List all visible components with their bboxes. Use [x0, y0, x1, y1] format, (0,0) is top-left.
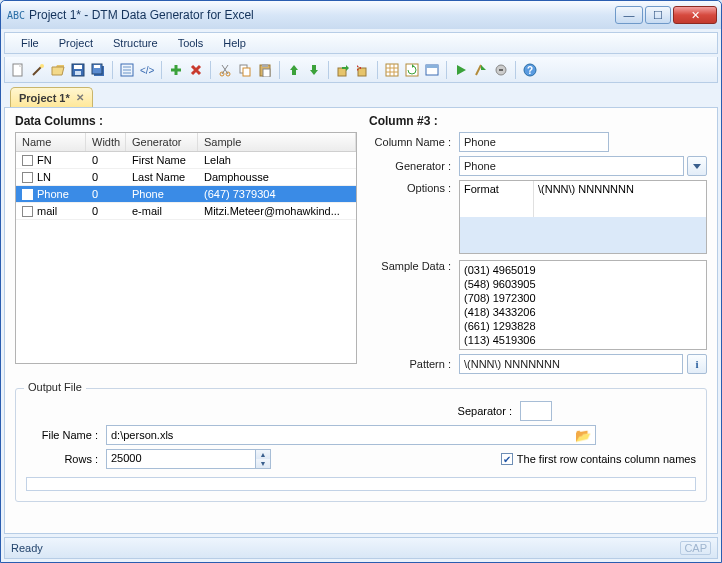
- table-row[interactable]: mail0e-mailMitzi.Meteer@mohawkind...: [16, 203, 356, 220]
- column-detail-heading: Column #3 :: [369, 114, 707, 128]
- row-checkbox[interactable]: [22, 206, 33, 217]
- menu-bar: File Project Structure Tools Help: [4, 32, 718, 54]
- pattern-label: Pattern :: [369, 358, 459, 370]
- col-header-name[interactable]: Name: [16, 133, 86, 151]
- rows-down-icon[interactable]: ▼: [256, 459, 270, 468]
- menu-structure[interactable]: Structure: [103, 35, 168, 51]
- generator-label: Generator :: [369, 160, 459, 172]
- status-cap: CAP: [680, 541, 711, 555]
- app-icon: ABC: [7, 7, 23, 23]
- svg-rect-24: [426, 65, 438, 68]
- option-key: Format: [460, 181, 534, 199]
- delete-icon[interactable]: [187, 61, 205, 79]
- tab-label: Project 1*: [19, 92, 70, 104]
- table-row[interactable]: LN0Last NameDamphousse: [16, 169, 356, 186]
- svg-point-1: [40, 64, 44, 68]
- svg-rect-17: [292, 70, 296, 75]
- refresh-grid-icon[interactable]: [403, 61, 421, 79]
- filename-input[interactable]: d:\person.xls 📂: [106, 425, 596, 445]
- menu-tools[interactable]: Tools: [168, 35, 214, 51]
- svg-rect-15: [262, 64, 268, 67]
- column-name-label: Column Name :: [369, 136, 459, 148]
- open-icon[interactable]: [49, 61, 67, 79]
- columns-table[interactable]: Name Width Generator Sample FN0First Nam…: [15, 132, 357, 364]
- minimize-button[interactable]: —: [615, 6, 643, 24]
- export-icon[interactable]: [334, 61, 352, 79]
- move-up-icon[interactable]: [285, 61, 303, 79]
- paste-icon[interactable]: [256, 61, 274, 79]
- run-step-icon[interactable]: [472, 61, 490, 79]
- cut-icon[interactable]: [216, 61, 234, 79]
- separator-input[interactable]: [520, 401, 552, 421]
- close-button[interactable]: ✕: [673, 6, 717, 24]
- first-row-checkbox[interactable]: ✔ The first row contains column names: [501, 453, 696, 465]
- wizard-icon[interactable]: [29, 61, 47, 79]
- save-all-icon[interactable]: [89, 61, 107, 79]
- row-checkbox[interactable]: [22, 189, 33, 200]
- generator-select[interactable]: Phone: [459, 156, 684, 176]
- row-checkbox[interactable]: [22, 155, 33, 166]
- sample-data-box: (031) 4965019(548) 9603905(708) 1972300(…: [459, 260, 707, 350]
- menu-project[interactable]: Project: [49, 35, 103, 51]
- status-text: Ready: [11, 542, 43, 554]
- column-name-input[interactable]: Phone: [459, 132, 609, 152]
- data-columns-heading: Data Columns :: [15, 114, 357, 128]
- window-title: Project 1* - DTM Data Generator for Exce…: [29, 8, 613, 22]
- new-icon[interactable]: [9, 61, 27, 79]
- preferences-icon[interactable]: [118, 61, 136, 79]
- svg-text:?: ?: [527, 65, 533, 76]
- svg-rect-4: [75, 71, 81, 75]
- checkbox-icon: ✔: [501, 453, 513, 465]
- sample-data-label: Sample Data :: [369, 260, 459, 272]
- col-header-sample[interactable]: Sample: [198, 133, 356, 151]
- row-checkbox[interactable]: [22, 172, 33, 183]
- maximize-button[interactable]: ☐: [645, 6, 671, 24]
- svg-rect-20: [358, 68, 366, 76]
- pattern-info-button[interactable]: i: [687, 354, 707, 374]
- copy-icon[interactable]: [236, 61, 254, 79]
- title-bar[interactable]: ABC Project 1* - DTM Data Generator for …: [1, 1, 721, 29]
- browse-file-icon[interactable]: 📂: [575, 428, 591, 443]
- filename-label: File Name :: [26, 429, 106, 441]
- stop-icon[interactable]: [492, 61, 510, 79]
- toolbar: </> ?: [4, 57, 718, 83]
- help-icon[interactable]: ?: [521, 61, 539, 79]
- code-icon[interactable]: </>: [138, 61, 156, 79]
- menu-file[interactable]: File: [11, 35, 49, 51]
- options-label: Options :: [369, 180, 459, 194]
- tab-close-icon[interactable]: ✕: [76, 92, 84, 103]
- pattern-input[interactable]: \(NNN\) NNNNNNN: [459, 354, 683, 374]
- rows-stepper[interactable]: 25000 ▲▼: [106, 449, 271, 469]
- col-header-width[interactable]: Width: [86, 133, 126, 151]
- svg-rect-18: [312, 65, 316, 70]
- grid-icon[interactable]: [383, 61, 401, 79]
- tab-strip: Project 1* ✕: [4, 85, 718, 107]
- generator-dropdown-button[interactable]: [687, 156, 707, 176]
- options-grid[interactable]: Format\(NNN\) NNNNNNN: [459, 180, 707, 254]
- progress-bar: [26, 477, 696, 491]
- svg-rect-7: [94, 65, 100, 68]
- col-header-generator[interactable]: Generator: [126, 133, 198, 151]
- run-icon[interactable]: [452, 61, 470, 79]
- rows-up-icon[interactable]: ▲: [256, 450, 270, 459]
- move-down-icon[interactable]: [305, 61, 323, 79]
- workbook-icon[interactable]: [423, 61, 441, 79]
- save-icon[interactable]: [69, 61, 87, 79]
- svg-rect-19: [338, 68, 346, 76]
- table-row[interactable]: FN0First NameLelah: [16, 152, 356, 169]
- first-row-label: The first row contains column names: [517, 453, 696, 465]
- output-legend: Output File: [24, 381, 86, 393]
- add-icon[interactable]: [167, 61, 185, 79]
- app-window: ABC Project 1* - DTM Data Generator for …: [0, 0, 722, 563]
- rows-label: Rows :: [26, 453, 106, 465]
- menu-help[interactable]: Help: [213, 35, 256, 51]
- tab-project[interactable]: Project 1* ✕: [10, 87, 93, 107]
- svg-rect-21: [386, 64, 398, 76]
- import-icon[interactable]: [354, 61, 372, 79]
- svg-rect-16: [263, 69, 270, 77]
- svg-rect-26: [499, 69, 503, 71]
- table-row[interactable]: Phone0Phone(647) 7379304: [16, 186, 356, 203]
- output-file-group: Output File Separator : File Name : d:\p…: [15, 388, 707, 502]
- status-bar: Ready CAP: [4, 537, 718, 559]
- option-value[interactable]: \(NNN\) NNNNNNN: [534, 181, 706, 199]
